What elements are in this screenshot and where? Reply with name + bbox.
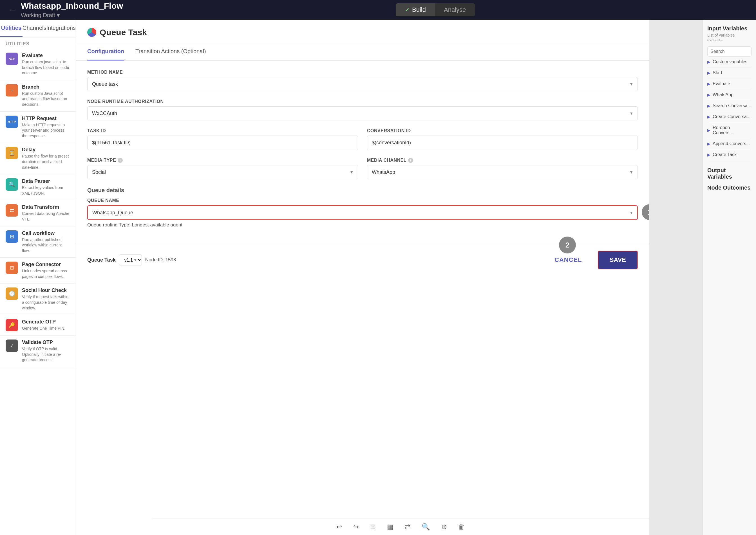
task-id-input[interactable] [87,136,358,150]
node-runtime-auth-select[interactable]: WxCCAuth [87,106,638,120]
queue-details-section-title: Queue details [87,187,638,193]
social-hour-check-desc: Verify if request falls within a configu… [22,294,70,311]
http-icon: HTTP [6,116,18,128]
right-item-search-conversa[interactable]: ▶ Search Conversa... [707,100,751,111]
media-row: MEDIA TYPE i Social MEDIA CHANNEL i [87,158,638,187]
sidebar-item-branch[interactable]: ⑂ Branch Run custom Java script and bran… [0,80,76,112]
validate-otp-desc: Verify if OTP is valid. Optionally initi… [22,346,70,363]
right-panel-search[interactable] [707,46,751,57]
tab-utilities[interactable]: Utilities [0,20,22,37]
sidebar-item-validate-otp[interactable]: ✓ Validate OTP Verify if OTP is valid. O… [0,336,76,367]
data-parser-icon: 🔍 [6,178,18,191]
right-item-custom-variables[interactable]: ▶ Custom variables [707,57,751,68]
sidebar-item-evaluate[interactable]: </> Evaluate Run custom java script to b… [0,49,76,80]
branch-icon: ⑂ [6,84,18,97]
right-panel-title: Input Variables [707,25,751,32]
media-channel-select[interactable]: WhatsApp [367,165,638,179]
modal: Queue Task Configuration Transition Acti… [76,20,649,535]
page-connector-label: Page Connector [22,262,70,268]
arrow-icon: ▶ [707,128,711,132]
sidebar-item-delay[interactable]: ⏳ Delay Pause the flow for a preset dura… [0,143,76,174]
right-item-start[interactable]: ▶ Start [707,68,751,78]
top-bar-left: ← Whatsapp_Inbound_Flow Working Draft ▾ [9,1,123,18]
right-item-create-task[interactable]: ▶ Create Task [707,149,751,160]
conversation-id-group: CONVERSATION ID [367,128,638,150]
right-item-append-convers[interactable]: ▶ Append Convers... [707,138,751,149]
analyse-button[interactable]: Analyse [435,3,475,16]
left-sidebar: Utilities Channels Integrations UTILITIE… [0,20,76,535]
page-connector-desc: Link nodes spread across pages in comple… [22,268,70,279]
delete-icon[interactable]: 🗑 [456,521,467,533]
evaluate-label: Evaluate [22,53,70,59]
tab-integrations[interactable]: Integrations [46,20,76,37]
footer-left: Queue Task v1.1 Node ID: 1598 [87,254,176,266]
queue-name-select[interactable]: Whatsapp_Queue [87,205,638,220]
sidebar-item-social-hour-check[interactable]: 🕐 Social Hour Check Verify if request fa… [0,284,76,315]
http-request-desc: Make a HTTP request to your server and p… [22,122,70,139]
table-icon[interactable]: ▦ [385,521,396,533]
method-name-group: METHOD NAME Queue task [87,70,638,91]
grid-icon[interactable]: ⊞ [368,521,378,533]
logo-icon [87,28,96,37]
generate-otp-icon: 🔑 [6,319,18,331]
create-task-label: Create Task [712,152,737,157]
media-channel-group: MEDIA CHANNEL i WhatsApp [367,158,638,179]
cisco-logo [87,28,96,37]
sidebar-item-call-workflow[interactable]: ⊞ Call workflow Run another published wo… [0,226,76,258]
sidebar-item-page-connector[interactable]: ⊟ Page Connector Link nodes spread acros… [0,258,76,284]
build-button[interactable]: ✓ Build [396,3,435,16]
cancel-button[interactable]: CANCEL [543,251,593,268]
media-type-select[interactable]: Social [87,165,358,179]
tab-transition-actions[interactable]: Transition Actions (Optional) [135,43,206,61]
top-bar: ← Whatsapp_Inbound_Flow Working Draft ▾ … [0,0,756,20]
append-convers-label: Append Convers... [712,141,750,146]
right-item-evaluate[interactable]: ▶ Evaluate [707,78,751,90]
right-item-create-conversa[interactable]: ▶ Create Conversa... [707,111,751,122]
node-runtime-auth-group: NODE RUNTIME AUTHORIZATION WxCCAuth [87,99,638,120]
version-select[interactable]: v1.1 [119,254,142,266]
arrow-icon: ▶ [707,103,711,108]
task-id-label: TASK ID [87,128,358,133]
back-button[interactable]: ← [9,5,16,14]
save-button[interactable]: SAVE [598,251,638,269]
tab-channels[interactable]: Channels [22,20,46,37]
task-conversation-row: TASK ID CONVERSATION ID [87,128,638,158]
conversation-id-input[interactable] [367,136,638,150]
tab-configuration[interactable]: Configuration [87,43,124,61]
flow-info: Whatsapp_Inbound_Flow Working Draft ▾ [21,1,123,18]
working-draft[interactable]: Working Draft ▾ [21,12,123,18]
right-item-reopen-convers[interactable]: ▶ Re-open Convers... [707,122,751,138]
delay-label: Delay [22,147,70,153]
data-parser-label: Data Parser [22,178,70,184]
method-name-select[interactable]: Queue task [87,77,638,91]
zoom-icon[interactable]: ⊕ [439,521,449,533]
sidebar-item-data-parser[interactable]: 🔍 Data Parser Extract key-values from XM… [0,174,76,200]
media-type-label: MEDIA TYPE i [87,158,358,163]
sidebar-item-generate-otp[interactable]: 🔑 Generate OTP Generate One Time PIN. [0,315,76,336]
generate-otp-desc: Generate One Time PIN. [22,326,65,331]
sidebar-item-http-request[interactable]: HTTP HTTP Request Make a HTTP request to… [0,112,76,143]
queue-name-row: Whatsapp_Queue 1 [87,205,638,220]
node-outcomes-label: Node Outcomes [707,184,751,191]
queue-name-label: QUEUE NAME [87,198,638,203]
evaluate-icon: </> [6,53,18,65]
media-type-info-icon: i [118,158,123,163]
right-item-whatsapp[interactable]: ▶ WhatsApp [707,90,751,100]
transform-icon[interactable]: ⇄ [402,521,413,533]
conversation-id-label: CONVERSATION ID [367,128,638,133]
evaluate-label: Evaluate [712,81,730,86]
redo-icon[interactable]: ↪ [351,521,361,533]
method-name-select-wrapper: Queue task [87,77,638,91]
top-bar-center: ✓ Build Analyse [123,3,747,16]
social-hour-check-icon: 🕐 [6,288,18,300]
custom-variables-label: Custom variables [712,59,747,65]
search-icon[interactable]: 🔍 [420,521,432,533]
undo-icon[interactable]: ↩ [334,521,344,533]
media-channel-info-icon: i [408,158,413,163]
search-conversa-label: Search Conversa... [712,103,751,108]
sidebar-item-data-transform[interactable]: ⇄ Data Transform Convert data using Apac… [0,200,76,226]
right-panel: Input Variables List of variables availa… [703,20,756,535]
call-workflow-desc: Run another published workflow within cu… [22,237,70,254]
version-select-wrapper: v1.1 [119,254,142,266]
modal-tabs: Configuration Transition Actions (Option… [76,43,649,61]
